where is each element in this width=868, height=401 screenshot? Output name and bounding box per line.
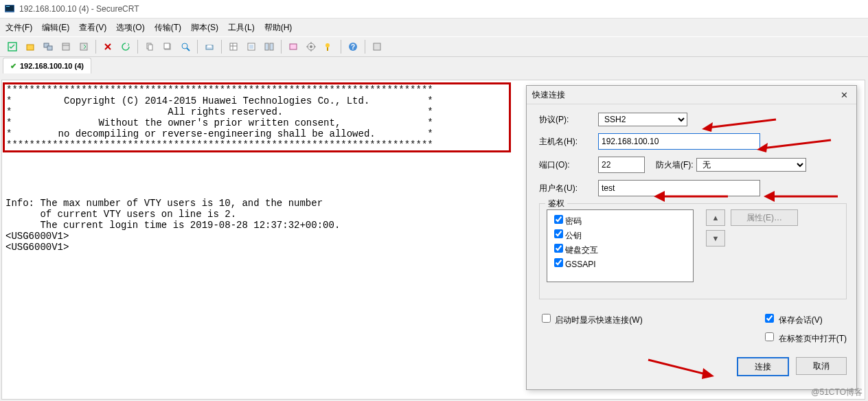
- quick-connect-dialog: 快速连接 ✕ 协议(P): SSH2 主机名(H): 端口(O): 防火墙(F)…: [526, 85, 857, 390]
- auth-publickey[interactable]: 公钥: [551, 227, 689, 242]
- toolbar-btn-16[interactable]: [303, 38, 319, 55]
- menu-transfer[interactable]: 传输(T): [155, 22, 181, 34]
- toolbar-btn-5[interactable]: [76, 38, 92, 55]
- svg-line-15: [187, 48, 190, 51]
- host-input[interactable]: [598, 133, 760, 150]
- svg-point-32: [326, 43, 330, 47]
- toolbar-btn-6[interactable]: [100, 38, 116, 55]
- svg-point-14: [182, 43, 187, 49]
- toolbar-sep-3: [197, 40, 198, 54]
- toolbar-btn-13[interactable]: [243, 38, 260, 55]
- connect-button[interactable]: 连接: [737, 357, 789, 376]
- app-icon: [4, 3, 15, 14]
- toolbar-btn-7[interactable]: [117, 38, 134, 55]
- toolbar-btn-1[interactable]: [4, 38, 21, 55]
- port-input[interactable]: [598, 157, 645, 173]
- move-down-button[interactable]: ▼: [706, 230, 725, 247]
- toolbar-btn-19[interactable]: [369, 38, 385, 55]
- user-label: 用户名(U):: [539, 183, 598, 194]
- toolbar-btn-10[interactable]: [177, 38, 194, 55]
- auth-gssapi[interactable]: GSSAPI: [551, 256, 689, 271]
- svg-rect-24: [270, 43, 273, 50]
- svg-rect-18: [230, 43, 237, 50]
- toolbar-btn-8[interactable]: [141, 38, 158, 55]
- toolbar-sep-6: [341, 40, 341, 54]
- svg-rect-7: [62, 43, 69, 50]
- toolbar-btn-18[interactable]: ?: [345, 38, 361, 55]
- dialog-title: 快速连接: [532, 89, 565, 101]
- session-tabbar: ✔ 192.168.100.10 (4): [0, 57, 868, 73]
- menu-view[interactable]: 查看(V): [79, 22, 106, 34]
- toolbar-btn-4[interactable]: [58, 38, 74, 55]
- user-input[interactable]: [598, 180, 760, 196]
- toolbar-btn-9[interactable]: [159, 38, 176, 55]
- toolbar-btn-17[interactable]: [321, 38, 337, 55]
- svg-rect-23: [265, 43, 269, 50]
- terminal-output: Info: The max number of VTY users is 10,…: [5, 176, 340, 253]
- toolbar-btn-11[interactable]: [201, 38, 218, 55]
- menu-tools[interactable]: 工具(L): [228, 22, 255, 34]
- toolbar-btn-15[interactable]: [285, 38, 301, 55]
- protocol-select[interactable]: SSH2: [598, 113, 687, 126]
- auth-list[interactable]: 密码 公钥 键盘交互 GSSAPI: [547, 209, 694, 282]
- banner-highlight: ****************************************…: [3, 82, 511, 152]
- svg-rect-6: [47, 46, 52, 50]
- menu-file[interactable]: 文件(F): [5, 22, 32, 34]
- svg-rect-13: [164, 43, 170, 49]
- move-up-button[interactable]: ▲: [706, 209, 725, 226]
- svg-point-27: [310, 45, 312, 48]
- svg-rect-2: [6, 6, 10, 7]
- firewall-select[interactable]: 无: [696, 158, 806, 172]
- session-tab[interactable]: ✔ 192.168.100.10 (4): [3, 58, 91, 73]
- toolbar-btn-14[interactable]: [261, 38, 277, 55]
- auth-legend: 鉴权: [545, 198, 567, 209]
- svg-text:?: ?: [351, 43, 355, 51]
- dialog-titlebar: 快速连接 ✕: [527, 86, 856, 104]
- toolbar-sep-5: [281, 40, 282, 54]
- svg-rect-22: [249, 45, 253, 49]
- window-title: 192.168.100.10 (4) - SecureCRT: [19, 4, 139, 14]
- svg-rect-4: [27, 45, 34, 50]
- connected-icon: ✔: [10, 62, 16, 71]
- app-window: 192.168.100.10 (4) - SecureCRT 文件(F) 编辑(…: [0, 0, 868, 401]
- host-label: 主机名(H):: [539, 136, 598, 148]
- cancel-button[interactable]: 取消: [796, 357, 847, 375]
- menu-script[interactable]: 脚本(S): [191, 22, 218, 34]
- titlebar: 192.168.100.10 (4) - SecureCRT: [0, 0, 868, 19]
- watermark: @51CTO博客: [811, 387, 863, 398]
- toolbar-sep-4: [221, 40, 222, 54]
- banner-text: ****************************************…: [6, 84, 507, 150]
- toolbar-btn-12[interactable]: [225, 38, 242, 55]
- session-tab-label: 192.168.100.10 (4): [20, 62, 84, 70]
- firewall-label: 防火墙(F):: [656, 159, 694, 171]
- menu-help[interactable]: 帮助(H): [264, 22, 293, 34]
- auth-fieldset: 鉴权 密码 公钥 键盘交互 GSSAPI ▲ ▼ 属性(E)…: [539, 203, 847, 299]
- toolbar-btn-3[interactable]: [40, 38, 56, 55]
- auth-keyboard[interactable]: 键盘交互: [551, 242, 689, 256]
- svg-rect-17: [207, 45, 212, 47]
- toolbar-sep-2: [137, 40, 138, 54]
- toolbar-sep-7: [365, 40, 365, 54]
- auth-password[interactable]: 密码: [551, 213, 689, 227]
- open-in-tab-checkbox[interactable]: 在标签页中打开(T): [762, 330, 847, 345]
- menu-edit[interactable]: 编辑(E): [42, 22, 69, 34]
- toolbar-btn-2[interactable]: [22, 38, 38, 55]
- protocol-label: 协议(P):: [539, 114, 598, 126]
- close-icon[interactable]: ✕: [837, 88, 851, 102]
- menubar: 文件(F) 编辑(E) 查看(V) 选项(O) 传输(T) 脚本(S) 工具(L…: [0, 19, 868, 36]
- svg-rect-35: [374, 43, 380, 50]
- save-session-checkbox[interactable]: 保存会话(V): [762, 312, 847, 326]
- startup-checkbox[interactable]: 启动时显示快速连接(W): [539, 312, 643, 326]
- properties-button[interactable]: 属性(E)…: [731, 209, 798, 226]
- toolbar: ?: [0, 36, 868, 57]
- toolbar-sep-1: [95, 40, 96, 54]
- svg-rect-25: [290, 44, 297, 49]
- svg-rect-11: [148, 45, 152, 50]
- port-label: 端口(O):: [539, 159, 598, 171]
- menu-options[interactable]: 选项(O): [116, 22, 144, 34]
